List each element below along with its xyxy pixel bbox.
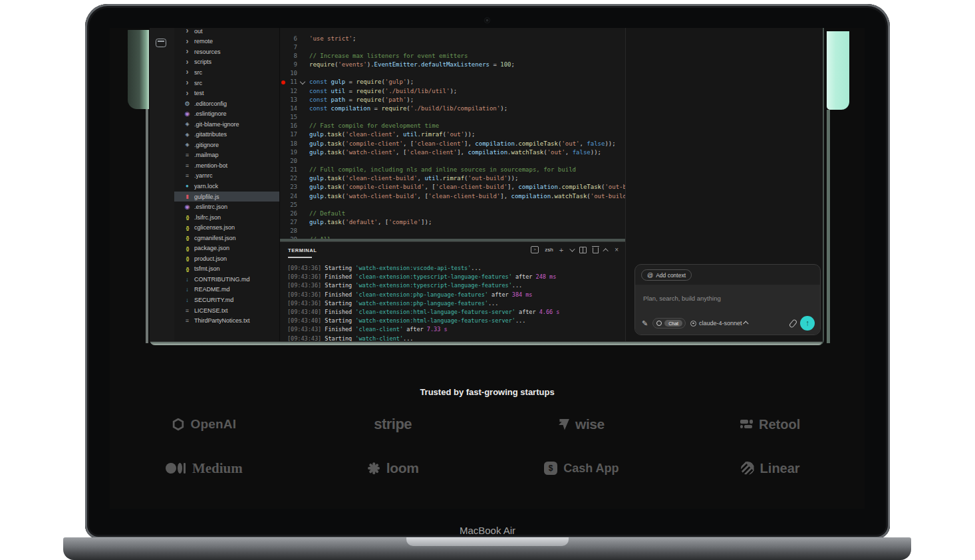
code-editor[interactable]: 6'use strict';78// Increase max listener… bbox=[280, 28, 625, 243]
kill-terminal-icon[interactable] bbox=[593, 247, 599, 253]
model-selector[interactable]: claude-4-sonnet bbox=[690, 320, 748, 327]
chat-input-card: @ Add context Plan, search, build anythi… bbox=[634, 264, 821, 335]
code-line: 7 bbox=[280, 43, 625, 52]
tree-item-.eslintrc.json[interactable]: ◉.eslintrc.json bbox=[174, 202, 279, 212]
fold-chevron-icon[interactable] bbox=[300, 79, 305, 84]
code-line: 19gulp.task('watch-client', ['clean-clie… bbox=[280, 148, 625, 157]
terminal-panel: TERMINAL > zsh + × [09:43:36] Starting '… bbox=[280, 241, 625, 343]
tree-item-.mailmap[interactable]: ≡.mailmap bbox=[174, 150, 279, 161]
tree-item-LICENSE.txt[interactable]: ≡LICENSE.txt bbox=[174, 305, 279, 316]
tree-item-out[interactable]: ›out bbox=[174, 28, 279, 37]
webcam-dot bbox=[485, 18, 489, 23]
close-panel-icon[interactable]: × bbox=[615, 247, 619, 253]
code-line: 18gulp.task('compile-client', ['clean-cl… bbox=[280, 140, 625, 148]
tree-item-CONTRIBUTING.md[interactable]: ↓CONTRIBUTING.md bbox=[174, 274, 279, 285]
tree-item-.editorconfig[interactable]: ⚙.editorconfig bbox=[174, 98, 279, 109]
line-number: 6 bbox=[280, 35, 297, 43]
code-line: 20 bbox=[280, 157, 625, 166]
archive-icon[interactable] bbox=[156, 39, 166, 47]
terminal-tab-underline bbox=[288, 257, 312, 258]
terminal-line: [09:43:36] Starting 'watch-extension:vsc… bbox=[287, 264, 559, 273]
file-name: .editorconfig bbox=[194, 100, 227, 107]
add-context-button[interactable]: @ Add context bbox=[641, 269, 692, 281]
file-name: .yarnrc bbox=[194, 172, 213, 179]
file-name: src bbox=[194, 69, 202, 76]
file-name: .mailmap bbox=[194, 152, 219, 158]
tree-item-gulpfile.js[interactable]: ▮gulpfile.js bbox=[174, 192, 279, 202]
tree-item-.gitignore[interactable]: ◈.gitignore bbox=[174, 140, 279, 150]
send-button[interactable]: ↑ bbox=[800, 316, 815, 331]
maximize-panel-icon[interactable] bbox=[603, 248, 608, 253]
line-number: 25 bbox=[280, 201, 297, 210]
file-tree: ›out›remote›resources›scripts›src›src›te… bbox=[174, 28, 279, 326]
tree-item-.gitattributes[interactable]: ◈.gitattributes bbox=[174, 129, 279, 140]
tree-item-.eslintignore[interactable]: ◉.eslintignore bbox=[174, 108, 279, 119]
tree-item-cglicenses.json[interactable]: {}cglicenses.json bbox=[174, 222, 279, 233]
tree-item-cgmanifest.json[interactable]: {}cgmanifest.json bbox=[174, 233, 279, 243]
tree-item-tsfmt.json[interactable]: {}tsfmt.json bbox=[174, 264, 279, 275]
decor-line-left bbox=[146, 109, 148, 343]
file-name: cglicenses.json bbox=[194, 224, 235, 231]
macbook-label: MacBook Air bbox=[85, 525, 890, 536]
line-number: 16 bbox=[280, 122, 297, 130]
terminal-tab[interactable]: TERMINAL bbox=[288, 247, 317, 253]
tree-item-package.json[interactable]: {}package.json bbox=[174, 243, 279, 253]
logo-loom: loom bbox=[299, 455, 488, 482]
tree-item-README.md[interactable]: ↓README.md bbox=[174, 285, 279, 295]
split-terminal-icon[interactable] bbox=[579, 247, 587, 253]
laptop-screen: ›out›remote›resources›scripts›src›src›te… bbox=[110, 28, 865, 509]
code-line: 28 bbox=[280, 227, 625, 235]
git-icon: ◈ bbox=[184, 142, 191, 148]
tree-item-test[interactable]: ›test bbox=[174, 88, 279, 98]
terminal-dropdown-icon[interactable] bbox=[569, 246, 575, 251]
file-name: product.json bbox=[194, 255, 227, 262]
file-name: .gitignore bbox=[194, 142, 219, 148]
terminal-output: [09:43:36] Starting 'watch-extension:vsc… bbox=[287, 264, 559, 343]
new-terminal-button[interactable]: + bbox=[559, 247, 563, 253]
json-icon: {} bbox=[184, 214, 191, 220]
line-number: 17 bbox=[280, 130, 297, 139]
line-number: 27 bbox=[280, 218, 297, 227]
json-icon: {} bbox=[184, 225, 191, 231]
tree-item-SECURITY.md[interactable]: ↓SECURITY.md bbox=[174, 295, 279, 305]
attachment-icon[interactable] bbox=[789, 319, 798, 328]
tree-item-ThirdPartyNotices.txt[interactable]: ≡ThirdPartyNotices.txt bbox=[174, 315, 279, 326]
cashapp-icon: $ bbox=[544, 462, 557, 475]
file-name: .eslintrc.json bbox=[194, 204, 227, 210]
tree-item-remote[interactable]: ›remote bbox=[174, 37, 279, 47]
model-icon bbox=[690, 321, 696, 327]
folder-icon: › bbox=[184, 49, 191, 55]
tree-item-.git-blame-ignore[interactable]: ◈.git-blame-ignore bbox=[174, 119, 279, 130]
file-name: LICENSE.txt bbox=[194, 307, 228, 314]
code-line: 26// Default bbox=[280, 210, 625, 218]
shell-name[interactable]: zsh bbox=[545, 247, 553, 253]
file-name: test bbox=[194, 90, 204, 96]
eslint-icon: ◉ bbox=[184, 110, 191, 117]
file-name: ThirdPartyNotices.txt bbox=[194, 317, 250, 324]
tree-item-src[interactable]: ›src bbox=[174, 78, 279, 88]
code-line: 6'use strict'; bbox=[280, 35, 625, 43]
tree-item-.lsifrc.json[interactable]: {}.lsifrc.json bbox=[174, 212, 279, 223]
logo-cashapp: $ Cash App bbox=[488, 455, 676, 482]
tree-item-product.json[interactable]: {}product.json bbox=[174, 253, 279, 264]
tree-item-resources[interactable]: ›resources bbox=[174, 47, 279, 57]
line-number: 23 bbox=[280, 183, 297, 192]
tree-item-scripts[interactable]: ›scripts bbox=[174, 57, 279, 68]
file-name: resources bbox=[194, 49, 221, 55]
file-name: .eslintignore bbox=[194, 110, 227, 117]
json-icon: {} bbox=[184, 245, 191, 251]
chat-input-area[interactable]: Plan, search, build anything ✎ Chat clau… bbox=[635, 285, 820, 335]
folder-icon: › bbox=[184, 80, 191, 86]
tree-item-.mention-bot[interactable]: ≡.mention-bot bbox=[174, 160, 279, 171]
tree-item-src[interactable]: ›src bbox=[174, 67, 279, 78]
tree-item-yarn.lock[interactable]: ●yarn.lock bbox=[174, 181, 279, 192]
chat-mode-toggle[interactable]: Chat bbox=[652, 318, 686, 329]
medium-icon bbox=[166, 462, 186, 474]
arrow-up-icon: ↑ bbox=[805, 319, 809, 327]
write-mode-icon[interactable]: ✎ bbox=[642, 320, 648, 327]
breakpoint-dot[interactable] bbox=[281, 80, 285, 84]
logo-stripe: stripe bbox=[299, 411, 488, 438]
at-icon: @ bbox=[647, 272, 653, 279]
file-name: CONTRIBUTING.md bbox=[194, 276, 250, 283]
tree-item-.yarnrc[interactable]: ≡.yarnrc bbox=[174, 171, 279, 182]
